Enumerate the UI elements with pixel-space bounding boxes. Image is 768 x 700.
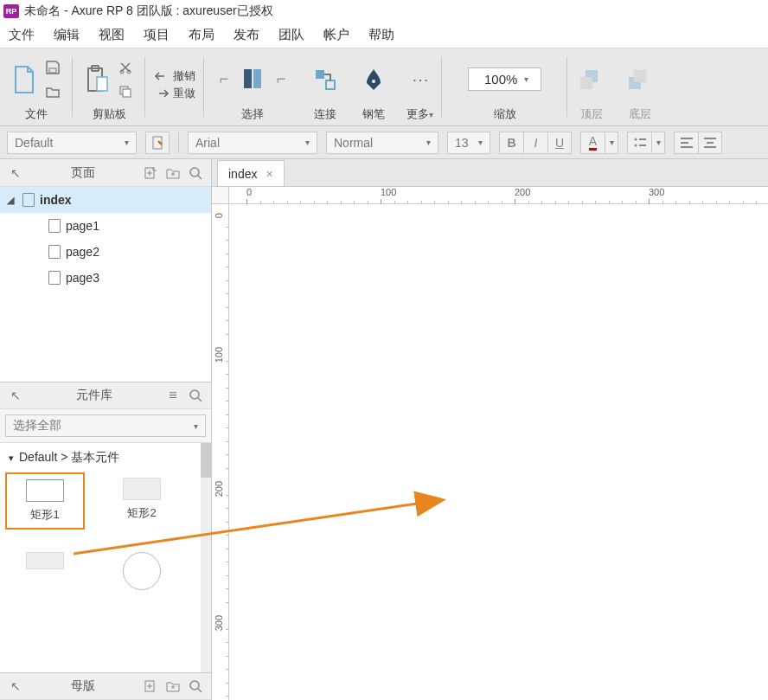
bracket-left-icon: ⌐	[213, 68, 235, 91]
widget-rect1[interactable]: 矩形1	[5, 472, 85, 530]
search-icon[interactable]	[187, 678, 204, 695]
style-combo[interactable]: Default▾	[7, 132, 137, 154]
add-master-icon[interactable]	[142, 678, 159, 695]
font-combo[interactable]: Arial▾	[188, 132, 317, 154]
weight-combo[interactable]: Normal▾	[326, 132, 438, 154]
svg-point-29	[190, 168, 199, 177]
page-row-index[interactable]: ◢ index	[0, 187, 211, 213]
rect-shape-icon	[26, 552, 64, 569]
menu-layout[interactable]: 布局	[189, 27, 214, 43]
menu-project[interactable]: 项目	[144, 27, 170, 43]
page-row-page3[interactable]: page3	[0, 265, 211, 291]
bold-button[interactable]: B	[499, 132, 523, 154]
menu-view[interactable]: 视图	[99, 27, 125, 43]
library-section-header[interactable]: ▾ Default > 基本元件	[0, 443, 211, 472]
cut-icon[interactable]	[114, 56, 137, 79]
align-left-button[interactable]	[674, 132, 698, 154]
underline-button[interactable]: U	[547, 132, 572, 154]
svg-rect-10	[316, 70, 324, 79]
page-label: page1	[66, 219, 99, 233]
tree-expand-icon[interactable]: ◢	[7, 195, 17, 206]
collapse-arrow-icon[interactable]: ↖	[7, 387, 24, 404]
widget-ellipse[interactable]	[102, 547, 182, 595]
more-icon[interactable]: ⋯	[409, 68, 432, 91]
save-icon[interactable]	[42, 56, 64, 79]
svg-point-18	[634, 138, 637, 140]
paste-icon[interactable]	[81, 64, 112, 95]
document-tab-index[interactable]: index ×	[217, 160, 285, 186]
page-row-page1[interactable]: page1	[0, 213, 211, 239]
menu-edit[interactable]: 编辑	[54, 27, 80, 43]
zoom-combo[interactable]: 100% ▾	[468, 67, 541, 91]
library-select[interactable]: 选择全部▾	[5, 414, 206, 437]
italic-button[interactable]: I	[523, 132, 547, 154]
library-title: 元件库	[29, 388, 159, 403]
copy-icon[interactable]	[114, 80, 137, 103]
svg-rect-11	[326, 80, 335, 89]
toolbar: 文件 剪贴板 撤销 重做 ⌐ ⌐ 选择 连接	[0, 48, 768, 126]
titlebar: RP 未命名 - Axure RP 8 团队版 : axureuser已授权	[0, 0, 768, 22]
select-tool-icon[interactable]	[237, 64, 268, 95]
svg-point-32	[190, 681, 199, 690]
ruler-vertical[interactable]: 0100200300	[212, 204, 229, 700]
widget-rect3[interactable]	[5, 547, 85, 595]
search-icon[interactable]	[187, 387, 204, 404]
font-color-dropdown[interactable]: ▾	[605, 132, 618, 154]
add-folder-icon[interactable]	[164, 678, 182, 695]
pen-tool-icon[interactable]	[358, 64, 389, 95]
svg-rect-8	[244, 69, 252, 88]
bring-front-icon[interactable]	[576, 64, 607, 95]
collapse-arrow-icon[interactable]: ↖	[7, 678, 24, 695]
tool-group-front: 顶层	[567, 48, 616, 125]
search-icon[interactable]	[187, 164, 204, 182]
widget-label: 矩形2	[127, 505, 156, 521]
svg-rect-27	[704, 146, 716, 148]
svg-rect-7	[123, 89, 131, 97]
size-combo[interactable]: 13▾	[447, 132, 490, 154]
style-apply-icon[interactable]	[145, 132, 170, 154]
undo-button[interactable]: 撤销	[154, 68, 195, 84]
app-icon: RP	[3, 4, 19, 18]
collapse-arrow-icon[interactable]: ↖	[7, 164, 24, 182]
zoom-label: 缩放	[494, 106, 516, 122]
align-group	[674, 132, 722, 154]
send-back-icon[interactable]	[624, 64, 656, 95]
font-color-button[interactable]: A	[580, 132, 605, 154]
menu-help[interactable]: 帮助	[368, 27, 394, 43]
main-area: ↖ 页面 ◢ index page1 page2 page3	[0, 159, 768, 700]
redo-button[interactable]: 重做	[154, 86, 195, 101]
widget-rect2[interactable]: 矩形2	[102, 472, 182, 530]
front-label: 顶层	[580, 106, 603, 122]
bullets-dropdown[interactable]: ▾	[651, 132, 665, 154]
bullets-button[interactable]	[627, 132, 651, 154]
masters-panel-header: ↖ 母版	[0, 672, 211, 700]
tab-label: index	[228, 167, 257, 181]
add-page-icon[interactable]	[142, 164, 159, 182]
tool-group-connect: 连接	[301, 48, 349, 125]
library-body: ▾ Default > 基本元件 矩形1 矩形2	[0, 442, 211, 672]
page-row-page2[interactable]: page2	[0, 239, 211, 265]
chevron-down-icon: ▾	[524, 74, 528, 84]
bracket-right-icon: ⌐	[270, 68, 292, 91]
canvas[interactable]	[229, 204, 768, 700]
close-icon[interactable]: ×	[266, 167, 272, 181]
menu-account[interactable]: 帐户	[323, 27, 349, 43]
format-bar: Default▾ Arial▾ Normal▾ 13▾ B I U A ▾ ▾	[0, 126, 768, 159]
new-file-icon[interactable]	[9, 64, 40, 95]
ruler-horizontal[interactable]: 0100200300	[229, 187, 768, 204]
menu-icon[interactable]: ≡	[164, 387, 182, 404]
clipboard-group-label: 剪贴板	[93, 106, 126, 122]
masters-title: 母版	[29, 678, 137, 694]
svg-rect-23	[681, 142, 688, 144]
menu-publish[interactable]: 发布	[234, 27, 259, 43]
open-icon[interactable]	[42, 80, 64, 103]
add-folder-icon[interactable]	[164, 164, 182, 182]
more-label[interactable]: 更多▾	[406, 106, 433, 122]
menu-team[interactable]: 团队	[278, 27, 304, 43]
connect-tool-icon[interactable]	[310, 64, 341, 95]
svg-rect-9	[253, 69, 261, 88]
menu-file[interactable]: 文件	[9, 27, 35, 43]
scrollbar[interactable]	[201, 443, 211, 672]
align-center-button[interactable]	[698, 132, 722, 154]
rect-shape-icon	[26, 479, 64, 502]
